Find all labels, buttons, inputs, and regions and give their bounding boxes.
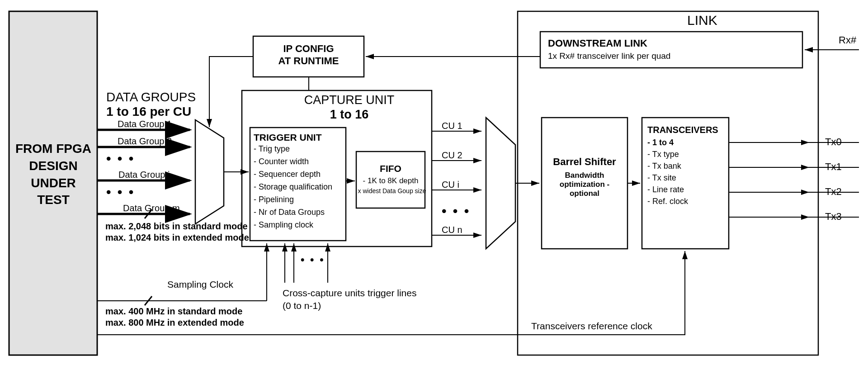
- cui-label: CU i: [442, 179, 459, 190]
- dgm-label: Data Group m: [123, 203, 180, 213]
- tx2-label: Tx2: [825, 186, 842, 198]
- freq-line1: max. 400 MHz in standard mode: [105, 306, 242, 317]
- tx0-label: Tx0: [825, 136, 842, 148]
- tu-b5: - Nr of Data Groups: [254, 208, 325, 218]
- barrel-title: Barrel Shifter: [542, 156, 627, 168]
- rx-label: Rx#: [839, 34, 856, 46]
- freq-line2: max. 800 MHz in extended mode: [105, 317, 244, 328]
- crosstrig-ellipsis: • • •: [301, 253, 325, 266]
- cross-capture-line1: Cross-capture units trigger lines: [283, 287, 416, 299]
- trx-b2: - Tx bank: [647, 161, 681, 171]
- tu-b0: - Trig type: [254, 144, 290, 154]
- fifo-line1: - 1K to 8K depth: [356, 176, 425, 185]
- tu-b4: - Pipelining: [254, 195, 294, 205]
- cross-capture-line2: (0 to n-1): [283, 300, 321, 311]
- ip-config-line2: AT RUNTIME: [253, 55, 364, 67]
- dg2-label: Data Group 2: [118, 136, 172, 147]
- data-groups-title-2: 1 to 16 per CU: [106, 104, 191, 119]
- dgj-label: Data Group j: [118, 169, 170, 180]
- trigger-unit-title: TRIGGER UNIT: [254, 132, 322, 143]
- data-groups-title-1: DATA GROUPS: [106, 90, 196, 105]
- tx1-label: Tx1: [825, 161, 842, 173]
- sampling-clock-label: Sampling Clock: [167, 279, 233, 290]
- trx-b3: - Tx site: [647, 173, 676, 183]
- capture-unit-title-2: 1 to 16: [269, 107, 429, 122]
- fifo-title: FIFO: [356, 163, 425, 174]
- barrel-sub1: Bandwidth: [542, 171, 627, 180]
- tx3-label: Tx3: [825, 211, 842, 223]
- output-mux: [486, 118, 515, 249]
- cu-ellipsis: • • •: [442, 203, 470, 219]
- downstream-subtitle: 1x Rx# transceiver link per quad: [548, 51, 670, 62]
- dg1-label: Data Group 1: [118, 119, 172, 129]
- cu2-label: CU 2: [442, 150, 462, 161]
- tu-b3: - Storage qualification: [254, 182, 332, 192]
- trx-b4: - Line rate: [647, 185, 684, 195]
- transceivers-box: [642, 118, 729, 249]
- tu-b1: - Counter width: [254, 157, 309, 167]
- tu-b6: - Sampling clock: [254, 220, 313, 230]
- refclock-label: Transceivers reference clock: [531, 320, 652, 332]
- cun-label: CU n: [442, 224, 462, 235]
- trx-b0: - 1 to 4: [647, 138, 674, 147]
- downstream-title: DOWNSTREAM LINK: [548, 38, 647, 49]
- dg-note-1: max. 2,048 bits in standard mode: [105, 221, 248, 232]
- trx-b1: - Tx type: [647, 150, 679, 160]
- barrel-sub2: optimization -: [542, 180, 627, 189]
- fpga-title: FROM FPGA DESIGN UNDER TEST: [14, 140, 92, 209]
- trx-title: TRANSCEIVERS: [647, 124, 718, 135]
- capture-unit-title-1: CAPTURE UNIT: [269, 93, 429, 107]
- fifo-line2: x widest Data Goup size: [356, 187, 428, 195]
- link-title: LINK: [687, 12, 717, 28]
- cu1-label: CU 1: [442, 120, 462, 131]
- downstream-link-box: [540, 32, 802, 68]
- barrel-sub3: optional: [542, 189, 627, 198]
- dg-ellipsis-2: • • •: [106, 184, 135, 200]
- trx-b5: - Ref. clock: [647, 197, 688, 207]
- ip-config-line1: IP CONFIG: [253, 43, 364, 55]
- dg-ellipsis-1: • • •: [106, 151, 135, 167]
- tu-b2: - Sequencer depth: [254, 170, 321, 180]
- input-mux: [195, 120, 224, 224]
- dg-note-2: max. 1,024 bits in extended mode: [105, 232, 249, 243]
